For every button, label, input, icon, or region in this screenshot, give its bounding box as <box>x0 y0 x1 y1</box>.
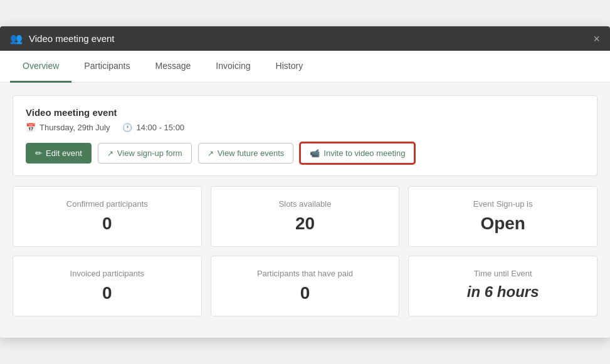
invite-video-label: Invite to video meeting <box>323 148 405 158</box>
stat-invoiced-participants: Invoiced participants 0 <box>13 256 202 316</box>
view-future-label: View future events <box>218 148 285 158</box>
stat-time-until-event: Time until Event in 6 hours <box>408 256 597 316</box>
event-meta: 📅 Thursday, 29th July 🕐 14:00 - 15:00 <box>26 123 584 132</box>
modal-header-left: 👥 Video meeting event <box>10 33 115 44</box>
view-signup-button[interactable]: ↗ View sign-up form <box>98 143 192 164</box>
clock-icon: 🕐 <box>122 123 132 132</box>
event-time: 🕐 14:00 - 15:00 <box>122 123 184 132</box>
modal-title: Video meeting event <box>29 33 115 44</box>
edit-event-button[interactable]: ✏ Edit event <box>26 143 92 164</box>
video-icon: 📹 <box>310 148 320 158</box>
user-group-icon: 👥 <box>10 33 23 44</box>
tab-overview[interactable]: Overview <box>10 51 71 83</box>
stats-row-2: Invoiced participants 0 Participants tha… <box>13 256 597 316</box>
tab-participants[interactable]: Participants <box>71 51 142 83</box>
stat-invoiced-value: 0 <box>23 283 191 303</box>
calendar-icon: 📅 <box>26 123 36 132</box>
external-link-icon-2: ↗ <box>208 149 214 158</box>
stat-signup-status: Event Sign-up is Open <box>408 186 597 247</box>
tab-bar: Overview Participants Message Invoicing … <box>0 51 610 83</box>
edit-event-label: Edit event <box>46 148 82 158</box>
stat-invoiced-label: Invoiced participants <box>23 269 191 278</box>
view-signup-label: View sign-up form <box>117 148 182 158</box>
event-date-text: Thursday, 29th July <box>39 123 110 132</box>
stat-slots-label: Slots available <box>221 199 389 209</box>
stat-time-value: in 6 hours <box>419 283 587 301</box>
event-actions: ✏ Edit event ↗ View sign-up form ↗ View … <box>26 142 584 164</box>
tab-invoicing[interactable]: Invoicing <box>203 51 263 83</box>
stat-paid-value: 0 <box>221 283 389 303</box>
external-link-icon-1: ↗ <box>107 149 113 158</box>
stat-paid-participants: Participants that have paid 0 <box>211 256 400 316</box>
modal-window: 👥 Video meeting event × Overview Partici… <box>0 26 610 338</box>
event-card: Video meeting event 📅 Thursday, 29th Jul… <box>13 95 597 176</box>
stat-paid-label: Participants that have paid <box>221 269 389 278</box>
stat-signup-value: Open <box>419 214 587 234</box>
event-card-title: Video meeting event <box>26 107 584 118</box>
tab-history[interactable]: History <box>263 51 316 83</box>
stat-confirmed-participants: Confirmed participants 0 <box>13 186 202 247</box>
close-button[interactable]: × <box>593 33 600 44</box>
content-area: Video meeting event 📅 Thursday, 29th Jul… <box>0 83 610 338</box>
event-date: 📅 Thursday, 29th July <box>26 123 110 132</box>
modal-header: 👥 Video meeting event × <box>0 26 610 51</box>
edit-icon: ✏ <box>35 148 42 158</box>
view-future-button[interactable]: ↗ View future events <box>198 143 294 164</box>
stat-signup-label: Event Sign-up is <box>419 199 587 209</box>
stats-row-1: Confirmed participants 0 Slots available… <box>13 186 597 247</box>
event-time-text: 14:00 - 15:00 <box>136 123 184 132</box>
stat-slots-available: Slots available 20 <box>211 186 400 247</box>
invite-video-button[interactable]: 📹 Invite to video meeting <box>300 142 415 164</box>
stat-confirmed-label: Confirmed participants <box>23 199 191 209</box>
stat-time-label: Time until Event <box>419 269 587 278</box>
stat-confirmed-value: 0 <box>23 214 191 234</box>
stat-slots-value: 20 <box>221 214 389 234</box>
tab-message[interactable]: Message <box>143 51 204 83</box>
